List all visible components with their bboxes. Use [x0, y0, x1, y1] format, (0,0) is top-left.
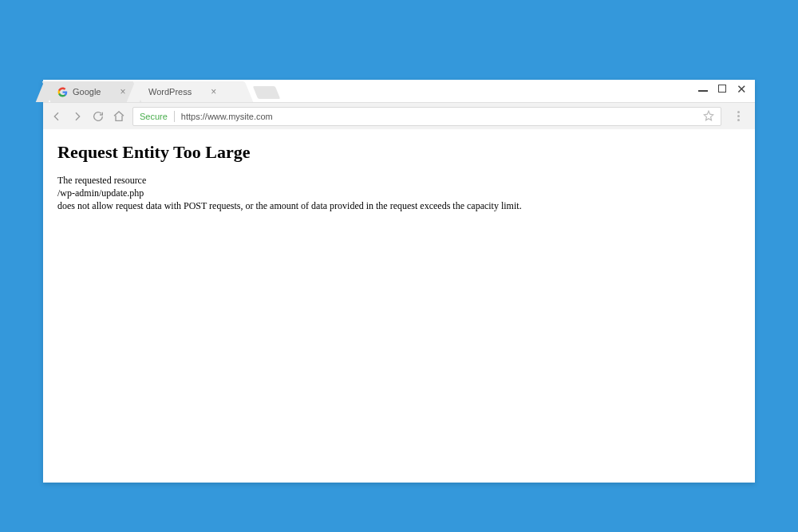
url-text: https://www.mysite.com — [181, 112, 697, 121]
error-heading: Request Entity Too Large — [57, 142, 741, 163]
maximize-button[interactable] — [717, 83, 728, 94]
bookmark-star-icon[interactable] — [703, 110, 714, 123]
menu-button[interactable] — [731, 109, 745, 124]
forward-button[interactable] — [70, 109, 85, 124]
tab-strip: Google × WordPress × ✕ — [43, 80, 755, 102]
tab-wordpress[interactable]: WordPress × — [137, 81, 249, 102]
address-bar[interactable]: Secure https://www.mysite.com — [132, 107, 721, 126]
error-line: The requested resource — [57, 175, 146, 186]
tab-title: WordPress — [148, 87, 192, 97]
error-path: /wp-admin/update.php — [57, 187, 144, 199]
browser-toolbar: Secure https://www.mysite.com — [43, 102, 755, 129]
window-controls: ✕ — [697, 83, 747, 94]
close-icon[interactable]: × — [120, 86, 125, 97]
error-line: does not allow request data with POST re… — [57, 200, 522, 211]
close-icon[interactable]: × — [211, 86, 216, 97]
close-window-button[interactable]: ✕ — [736, 83, 747, 94]
new-tab-button[interactable] — [253, 86, 280, 99]
divider — [174, 111, 175, 122]
home-button[interactable] — [112, 109, 126, 124]
tab-title: Google — [73, 87, 101, 97]
browser-window: Google × WordPress × ✕ — [43, 80, 755, 483]
reload-button[interactable] — [91, 109, 105, 124]
minimize-button[interactable] — [697, 83, 709, 94]
back-button[interactable] — [49, 109, 64, 124]
secure-label: Secure — [140, 112, 168, 121]
page-content: Request Entity Too Large The requested r… — [43, 129, 755, 483]
google-logo-icon — [57, 87, 68, 97]
error-body: The requested resource /wp-admin/update.… — [57, 174, 741, 213]
